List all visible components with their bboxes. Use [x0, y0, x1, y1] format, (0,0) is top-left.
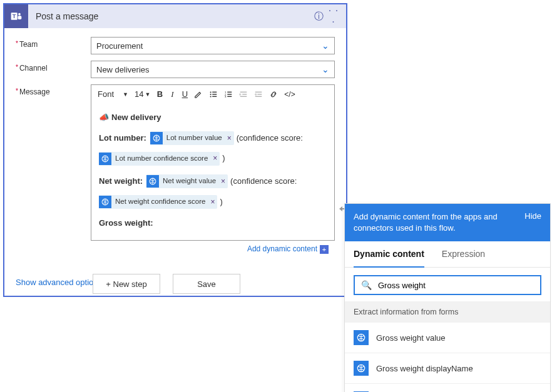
svg-rect-10 [213, 96, 217, 96]
footer-buttons: + New step Save [93, 274, 240, 294]
card-body: *Team Procurement ⌄ *Channel New deliver… [4, 28, 346, 270]
tab-dynamic-content[interactable]: Dynamic content [354, 241, 424, 268]
svg-rect-12 [228, 91, 232, 92]
ai-builder-icon [146, 175, 159, 188]
ai-builder-icon [99, 196, 111, 208]
outdent-button[interactable] [237, 90, 250, 99]
editor-toolbar: Font▼ 14▼ B I U 123 </> [91, 85, 334, 104]
ai-builder-icon [354, 330, 369, 345]
svg-text:3: 3 [225, 95, 227, 98]
code-view-button[interactable]: </> [282, 90, 297, 99]
number-list-button[interactable]: 123 [222, 90, 235, 99]
result-item[interactable]: Gross weight confidence score [345, 384, 550, 392]
announcement-icon: 📣 [99, 113, 109, 122]
font-select[interactable]: Font▼ [95, 89, 131, 99]
remove-token-icon[interactable]: × [210, 195, 215, 209]
channel-label: *Channel [16, 61, 91, 73]
results-section-header: Extract information from forms [345, 301, 550, 323]
search-box: 🔍 [354, 275, 541, 295]
svg-rect-21 [258, 94, 262, 94]
remove-token-icon[interactable]: × [221, 174, 225, 189]
card-header[interactable]: T Post a message ⓘ · · · [4, 4, 346, 28]
ai-builder-icon [150, 132, 163, 144]
svg-rect-14 [228, 94, 232, 94]
svg-rect-16 [228, 96, 232, 96]
teams-icon: T [4, 4, 28, 28]
dynamic-content-panel: Add dynamic content from the apps and co… [344, 203, 551, 392]
hide-panel-button[interactable]: Hide [524, 211, 541, 221]
add-dynamic-content-link[interactable]: Add dynamic content+ [91, 241, 335, 259]
link-button[interactable] [267, 90, 280, 99]
svg-rect-18 [243, 94, 247, 94]
remove-token-icon[interactable]: × [213, 151, 217, 166]
bullet-list-button[interactable] [207, 90, 220, 99]
plus-icon: + [320, 245, 329, 254]
message-textarea[interactable]: 📣New delivery Lot number: Lot number val… [91, 104, 334, 240]
token-net-conf[interactable]: Net weight confidence score× [99, 195, 217, 209]
highlight-button[interactable] [192, 90, 205, 99]
font-size-select[interactable]: 14▼ [132, 89, 153, 99]
chevron-down-icon: ⌄ [322, 64, 329, 74]
search-input[interactable] [378, 281, 534, 290]
svg-rect-4 [18, 16, 22, 19]
italic-button[interactable]: I [166, 89, 178, 99]
panel-header: Add dynamic content from the apps and co… [345, 204, 550, 241]
panel-tabs: Dynamic content Expression [345, 241, 550, 268]
new-step-button[interactable]: + New step [93, 274, 160, 294]
message-editor: Font▼ 14▼ B I U 123 </> 📣New [91, 84, 335, 241]
ai-builder-icon [354, 361, 369, 376]
bold-button[interactable]: B [154, 89, 165, 99]
svg-text:T: T [13, 13, 16, 19]
team-select[interactable]: Procurement ⌄ [91, 37, 335, 54]
tab-expression[interactable]: Expression [442, 241, 485, 267]
svg-rect-17 [240, 91, 247, 92]
token-net-value[interactable]: Net weight value× [146, 174, 228, 188]
action-card: T Post a message ⓘ · · · *Team Procureme… [3, 3, 347, 297]
team-label: *Team [16, 37, 91, 49]
svg-rect-20 [255, 91, 262, 92]
message-label: *Message [16, 84, 91, 96]
result-item[interactable]: Gross weight displayName [345, 353, 550, 384]
svg-point-9 [210, 96, 212, 97]
channel-select[interactable]: New deliveries ⌄ [91, 61, 335, 78]
card-title: Post a message [28, 11, 311, 21]
svg-rect-22 [255, 96, 262, 96]
token-lot-value[interactable]: Lot number value× [150, 131, 234, 145]
search-icon: 🔍 [361, 280, 372, 290]
svg-point-5 [210, 91, 212, 93]
chevron-down-icon: ⌄ [322, 41, 329, 51]
svg-point-3 [18, 13, 21, 16]
save-button[interactable]: Save [173, 274, 240, 294]
remove-token-icon[interactable]: × [227, 131, 232, 146]
svg-point-7 [210, 93, 212, 94]
result-item[interactable]: Gross weight value [345, 323, 550, 353]
token-lot-conf[interactable]: Lot number confidence score× [99, 152, 220, 166]
help-icon[interactable]: ⓘ [311, 11, 326, 23]
indent-button[interactable] [252, 90, 265, 99]
underline-button[interactable]: U [179, 89, 190, 99]
svg-rect-6 [213, 91, 217, 92]
svg-rect-19 [240, 96, 247, 96]
more-icon[interactable]: · · · [326, 5, 341, 28]
ai-builder-icon [99, 153, 111, 165]
svg-rect-8 [213, 94, 217, 94]
